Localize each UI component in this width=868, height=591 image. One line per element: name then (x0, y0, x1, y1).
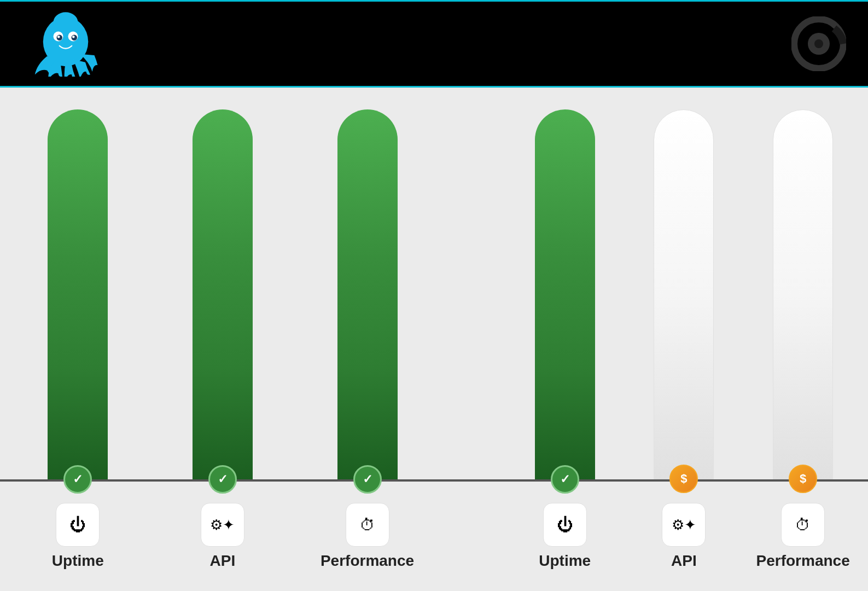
performance-icon-box-left: ⏱ (346, 503, 389, 547)
uptime-label-left: Uptime (52, 552, 104, 570)
api-icon-box-right: ⚙✦ (662, 503, 706, 547)
check-icon-uptime-left: ✓ (73, 472, 83, 486)
bar-green-uptime-right: ✓ (535, 109, 595, 479)
group-left: ✓ ✓ (11, 99, 467, 479)
col-bottom-performance-right: ⏱ Performance (749, 482, 857, 591)
api-icon-left: ⚙✦ (210, 517, 235, 534)
bar-green-api-left: ✓ (193, 109, 253, 479)
performance-label-right: Performance (756, 552, 850, 570)
uptime-icon-left: ⏻ (69, 515, 86, 534)
content-area: ✓ ✓ (0, 88, 868, 591)
api-icon-right: ⚙✦ (672, 517, 696, 534)
col-performance-right: $ (749, 99, 857, 479)
check-icon-api-left: ✓ (218, 472, 228, 486)
page-wrapper: ✓ ✓ (0, 0, 868, 591)
badge-uptime-left: ✓ (63, 465, 92, 494)
performance-label-left: Performance (321, 552, 414, 570)
svg-point-10 (814, 39, 823, 48)
badge-api-left: ✓ (208, 465, 237, 494)
col-performance-left: ✓ (300, 99, 434, 479)
circle-logo (791, 16, 846, 71)
col-bottom-uptime-right: ⏻ Uptime (511, 482, 619, 591)
octopus-logo (22, 11, 109, 77)
col-bottom-api-left: ⚙✦ API (156, 482, 290, 591)
badge-api-right: $ (669, 465, 698, 493)
dollar-icon-performance-right: $ (800, 472, 806, 486)
uptime-icon-right: ⏻ (557, 515, 573, 534)
group-right: ✓ $ (511, 99, 857, 479)
uptime-icon-box-left: ⏻ (56, 503, 100, 547)
api-icon-box-left: ⚙✦ (201, 503, 244, 547)
col-bottom-uptime-left: ⏻ Uptime (11, 482, 145, 591)
col-bottom-performance-left: ⏱ Performance (300, 482, 434, 591)
labels-area: ⏻ Uptime ⚙✦ API ⏱ Performance (0, 482, 868, 591)
bar-wrapper-api-left: ✓ (156, 99, 290, 479)
uptime-icon-box-right: ⏻ (543, 503, 587, 547)
bar-green-uptime-left: ✓ (48, 109, 108, 479)
bar-white-api-right: $ (654, 109, 714, 479)
performance-icon-right: ⏱ (795, 516, 811, 534)
col-uptime-left: ✓ (11, 99, 145, 479)
svg-point-5 (57, 36, 60, 38)
uptime-label-right: Uptime (539, 552, 591, 570)
bar-wrapper-performance-right: $ (749, 99, 857, 479)
api-label-right: API (671, 552, 697, 570)
svg-point-6 (72, 36, 75, 38)
bar-wrapper-uptime-left: ✓ (11, 99, 145, 479)
check-icon-performance-left: ✓ (363, 472, 372, 486)
check-icon-uptime-right: ✓ (560, 472, 570, 486)
group-spacer (467, 99, 511, 479)
left-labels: ⏻ Uptime ⚙✦ API ⏱ Performance (11, 482, 467, 591)
dollar-icon-api-right: $ (680, 472, 687, 486)
performance-icon-left: ⏱ (360, 516, 375, 534)
bars-area: ✓ ✓ (0, 88, 868, 479)
bar-wrapper-performance-left: ✓ (300, 99, 434, 479)
col-api-right: $ (630, 99, 738, 479)
col-bottom-api-right: ⚙✦ API (630, 482, 738, 591)
badge-uptime-right: ✓ (551, 465, 579, 494)
api-label-left: API (210, 552, 236, 570)
bar-wrapper-api-right: $ (630, 99, 738, 479)
bar-white-performance-right: $ (773, 109, 833, 479)
col-uptime-right: ✓ (511, 99, 619, 479)
performance-icon-box-right: ⏱ (781, 503, 825, 547)
right-labels: ⏻ Uptime ⚙✦ API ⏱ Performance (511, 482, 857, 591)
badge-performance-left: ✓ (353, 465, 382, 494)
header (0, 0, 868, 88)
badge-performance-right: $ (789, 465, 817, 493)
col-api-left: ✓ (156, 99, 290, 479)
bar-green-performance-left: ✓ (337, 109, 398, 479)
label-spacer (467, 482, 511, 591)
bar-wrapper-uptime-right: ✓ (511, 99, 619, 479)
